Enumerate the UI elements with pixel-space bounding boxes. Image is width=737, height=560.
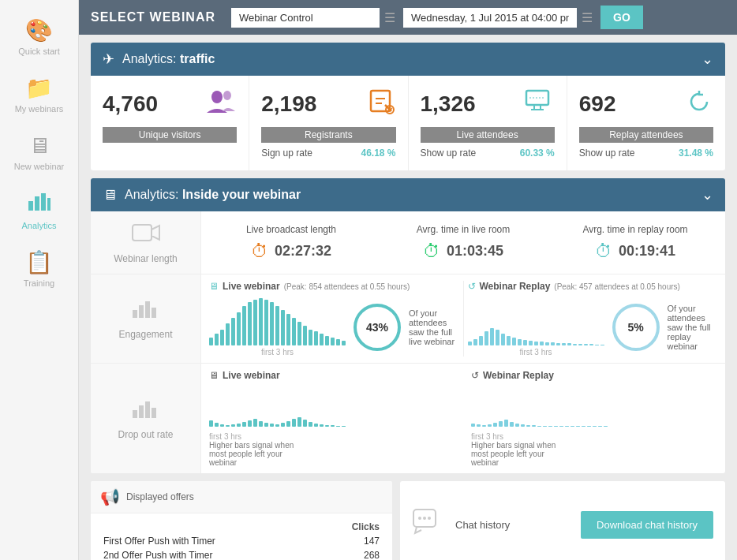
palette-icon: 🎨 (25, 17, 53, 43)
chart-icon (28, 190, 51, 218)
svg-rect-16 (133, 310, 137, 318)
folder-icon: 📁 (25, 75, 53, 101)
svg-point-26 (423, 517, 426, 520)
replay-icon (685, 88, 713, 121)
live-engagement-chart (209, 298, 346, 345)
svg-rect-21 (139, 405, 144, 418)
live-engagement-pct: 43% (354, 304, 401, 351)
svg-rect-2 (41, 193, 46, 211)
live-dropout-section: 🖥 Live webinar first 3 hrs Higher bars s… (209, 370, 455, 467)
webinar-length-row: Webinar length Live broadcast length ⏱ 0… (91, 211, 725, 274)
replay-engagement-chart (468, 298, 604, 345)
live-engagement-section: 🖥 Live webinar (Peak: 854 attendees at 0… (209, 281, 459, 357)
registrants-icon (368, 88, 396, 121)
date-menu-icon[interactable]: ☰ (582, 10, 593, 25)
sidebar-item-training[interactable]: 📋 Training (0, 240, 78, 297)
svg-point-5 (223, 91, 231, 100)
visitors-label: Unique visitors (103, 127, 237, 143)
live-broadcast-metric: Live broadcast length ⏱ 02:27:32 (213, 224, 369, 262)
dropout-icon (132, 398, 160, 425)
sidebar-item-quick-start[interactable]: 🎨 Quick start (0, 8, 78, 65)
svg-rect-18 (145, 301, 150, 318)
traffic-panel-title: Analytics: traffic (122, 52, 215, 66)
registrants-rate: Sign up rate 46.18 % (261, 147, 395, 159)
sidebar: 🎨 Quick start 📁 My webinars 🖥 New webina… (0, 0, 79, 560)
inside-panel: 🖥 Analytics: Inside your webinar ⌄ (91, 178, 725, 473)
inside-panel-chevron[interactable]: ⌄ (701, 186, 713, 203)
monitor-dropout-icon: 🖥 (209, 370, 219, 381)
replay-rate: Show up rate 31.48 % (579, 147, 713, 159)
traffic-panel: ✈ Analytics: traffic ⌄ 4,760 (91, 43, 725, 170)
go-button[interactable]: GO (600, 6, 643, 29)
svg-point-27 (428, 517, 431, 520)
svg-point-25 (418, 517, 421, 520)
engagement-label: Engagement (91, 274, 201, 363)
visitors-icon (205, 88, 237, 121)
live-label: Live attendees (421, 127, 555, 143)
plane-icon: ✈ (103, 50, 114, 68)
orange-clock-icon: ⏱ (251, 241, 268, 262)
replay-engagement-section: ↺ Webinar Replay (Peak: 457 attendees at… (468, 281, 718, 357)
replay-engagement-pct: 5% (612, 304, 660, 351)
svg-rect-23 (152, 408, 156, 418)
webinar-menu-icon[interactable]: ☰ (384, 10, 395, 25)
live-room-metric: Avrg. time in live room ⏱ 01:03:45 (385, 224, 541, 262)
inside-panel-title: Analytics: Inside your webinar (125, 188, 301, 202)
monitor2-icon: 🖥 (103, 187, 117, 203)
page-title: SELECT WEBINAR (91, 10, 215, 24)
svg-rect-0 (28, 201, 33, 211)
dropout-label: Drop out rate (91, 364, 201, 473)
traffic-panel-header: ✈ Analytics: traffic ⌄ (91, 43, 725, 76)
header: SELECT WEBINAR ☰ ☰ GO (79, 0, 737, 35)
camera-icon (132, 222, 160, 249)
replay-engagement-icon: ↺ (468, 281, 476, 292)
replay-dropout-icon: ↺ (471, 370, 479, 381)
live-attendees-stat: 1,326 Live attendees (409, 76, 567, 170)
green-clock-icon: ⏱ (423, 241, 440, 262)
chat-history-label: Chat history (455, 519, 510, 531)
table-row: First Offer Push with Timer 147 (100, 534, 383, 548)
live-rate: Show up rate 60.33 % (421, 147, 555, 159)
replay-attendees-stat: 692 Replay attendees Show up rate 31.48 … (567, 76, 725, 170)
displayed-offers-panel: 📢 Displayed offers Clicks First Offer Pu… (91, 481, 392, 560)
replay-dropout-section: ↺ Webinar Replay first 3 hrs Higher bars… (471, 370, 717, 467)
svg-rect-17 (139, 305, 144, 318)
sidebar-item-analytics[interactable]: Analytics (0, 181, 78, 240)
svg-rect-1 (35, 196, 39, 211)
replay-dropout-chart (471, 387, 717, 427)
main-content: SELECT WEBINAR ☰ ☰ GO ✈ Analytics: traff… (79, 0, 737, 560)
svg-rect-3 (47, 198, 51, 211)
live-icon (523, 88, 555, 121)
training-icon: 📋 (25, 249, 53, 275)
traffic-panel-chevron[interactable]: ⌄ (701, 50, 713, 68)
monitor-icon: 🖥 (28, 133, 51, 159)
bottom-row: 📢 Displayed offers Clicks First Offer Pu… (91, 481, 725, 560)
svg-rect-19 (152, 308, 156, 318)
svg-point-4 (211, 91, 223, 103)
chat-icon (412, 508, 443, 543)
sidebar-item-new-webinar[interactable]: 🖥 New webinar (0, 123, 78, 181)
svg-rect-20 (133, 410, 137, 418)
svg-rect-22 (145, 401, 150, 418)
download-chat-button[interactable]: Download chat history (581, 511, 713, 539)
webinar-select[interactable] (231, 8, 380, 28)
teal-clock-icon: ⏱ (595, 241, 612, 262)
table-row: 2nd Offer Push with Timer 268 (100, 548, 383, 560)
offers-table: Clicks First Offer Push with Timer 147 2… (100, 520, 383, 560)
webinar-length-label: Webinar length (91, 211, 201, 274)
replay-label: Replay attendees (579, 127, 713, 143)
traffic-stats: 4,760 Unique visitors (91, 76, 725, 170)
content-area: ✈ Analytics: traffic ⌄ 4,760 (79, 35, 737, 560)
dropout-row: Drop out rate 🖥 Live webinar first 3 hrs (91, 364, 725, 473)
svg-rect-15 (133, 225, 152, 241)
engagement-icon (132, 297, 160, 325)
registrants-label: Registrants (261, 127, 395, 143)
engagement-row: Engagement 🖥 Live webinar (Peak: 854 att… (91, 274, 725, 364)
registrants-stat: 2,198 Registrants (249, 76, 408, 170)
sidebar-item-my-webinars[interactable]: 📁 My webinars (0, 65, 78, 123)
megaphone-icon: 📢 (100, 487, 120, 506)
live-dropout-chart (209, 387, 455, 427)
inside-panel-header: 🖥 Analytics: Inside your webinar ⌄ (91, 178, 725, 211)
chat-history-panel: Chat history Download chat history (400, 481, 725, 560)
date-select[interactable] (403, 8, 577, 28)
